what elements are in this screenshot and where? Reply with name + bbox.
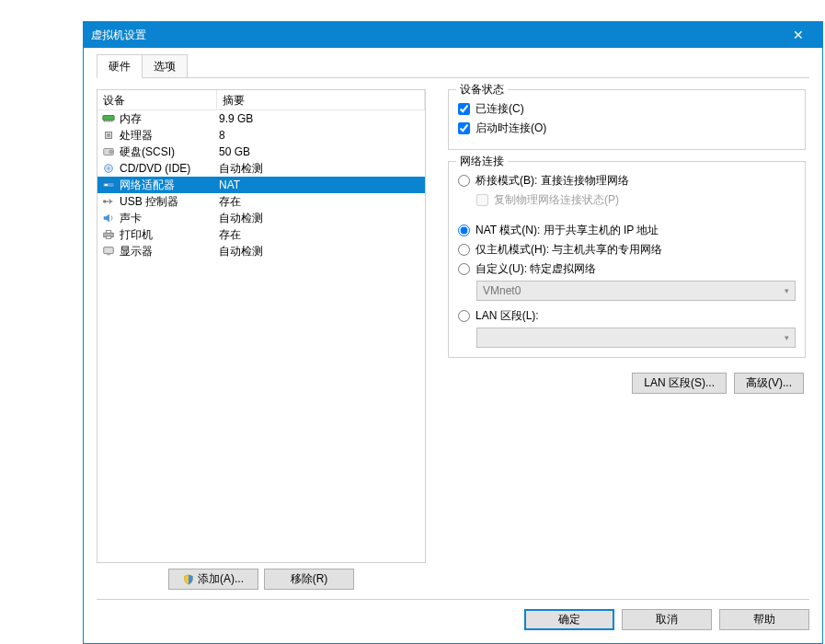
table-row[interactable]: 网络适配器NAT	[97, 177, 425, 193]
connected-label: 已连接(C)	[476, 101, 524, 117]
cell-device: 内存	[97, 111, 217, 127]
tab-hardware[interactable]: 硬件	[97, 54, 143, 78]
replicate-label: 复制物理网络连接状态(P)	[494, 192, 619, 208]
connected-checkbox-row[interactable]: 已连接(C)	[458, 101, 796, 117]
device-state-legend: 设备状态	[456, 82, 508, 98]
cell-summary: 存在	[217, 194, 425, 210]
table-row[interactable]: USB 控制器存在	[97, 193, 425, 210]
hostonly-label: 仅主机模式(H): 与主机共享的专用网络	[476, 242, 662, 258]
disk-icon	[101, 145, 116, 158]
device-name: 网络适配器	[120, 178, 175, 193]
cell-device: 声卡	[97, 211, 217, 226]
device-name: 显示器	[120, 244, 153, 259]
device-name: USB 控制器	[120, 194, 178, 210]
net-icon	[101, 178, 116, 191]
hostonly-radio-row[interactable]: 仅主机模式(H): 与主机共享的专用网络	[458, 242, 796, 258]
replicate-checkbox	[476, 194, 488, 206]
lan-segments-button[interactable]: LAN 区段(S)...	[632, 373, 727, 394]
chevron-down-icon: ▾	[785, 333, 789, 342]
nat-radio-row[interactable]: NAT 模式(N): 用于共享主机的 IP 地址	[458, 223, 796, 238]
add-button-label: 添加(A)...	[198, 571, 244, 587]
table-row[interactable]: 处理器8	[97, 127, 425, 144]
cpu-icon	[101, 129, 116, 142]
custom-label: 自定义(U): 特定虚拟网络	[476, 261, 596, 277]
dialog-title: 虚拟机设置	[91, 28, 782, 43]
col-header-summary[interactable]: 摘要	[217, 90, 425, 109]
svg-rect-16	[106, 236, 110, 239]
hostonly-radio[interactable]	[458, 244, 470, 256]
help-button[interactable]: 帮助	[719, 609, 809, 630]
remove-button-label: 移除(R)	[291, 571, 328, 587]
nat-radio[interactable]	[458, 224, 470, 236]
left-buttons: 添加(A)... 移除(R)	[97, 563, 426, 590]
svg-point-10	[108, 167, 109, 169]
cell-device: 硬盘(SCSI)	[97, 144, 217, 160]
advanced-button[interactable]: 高级(V)...	[734, 373, 804, 394]
col-header-device[interactable]: 设备	[97, 90, 217, 109]
svg-rect-6	[107, 133, 110, 137]
connect-at-poweron-checkbox[interactable]	[458, 122, 470, 134]
cell-device: USB 控制器	[97, 194, 217, 210]
table-row[interactable]: 打印机存在	[97, 226, 425, 243]
bridged-radio-row[interactable]: 桥接模式(B): 直接连接物理网络	[458, 173, 796, 189]
device-name: 内存	[120, 111, 142, 127]
network-group-buttons: LAN 区段(S)... 高级(V)...	[448, 373, 806, 394]
tab-options[interactable]: 选项	[142, 54, 188, 77]
cell-summary: 9.9 GB	[217, 112, 425, 125]
device-name: 打印机	[120, 227, 153, 243]
add-button[interactable]: 添加(A)...	[168, 569, 258, 590]
custom-radio[interactable]	[458, 263, 470, 275]
usb-icon	[101, 195, 116, 208]
cell-summary: 自动检测	[217, 244, 425, 259]
connected-checkbox[interactable]	[458, 103, 470, 115]
bridged-radio[interactable]	[458, 175, 470, 187]
cell-device: CD/DVD (IDE)	[97, 162, 217, 175]
lan-segments-button-label: LAN 区段(S)...	[644, 375, 715, 391]
table-row[interactable]: 内存9.9 GB	[97, 110, 425, 127]
remove-button[interactable]: 移除(R)	[264, 569, 354, 590]
cell-device: 打印机	[97, 227, 217, 243]
cell-device: 网络适配器	[97, 178, 217, 193]
cell-summary: 自动检测	[217, 211, 425, 226]
device-name: 硬盘(SCSI)	[120, 144, 175, 160]
device-name: CD/DVD (IDE)	[120, 162, 190, 175]
connect-at-poweron-checkbox-row[interactable]: 启动时连接(O)	[458, 121, 796, 136]
ok-button[interactable]: 确定	[524, 609, 614, 630]
ok-button-label: 确定	[558, 612, 580, 627]
device-name: 处理器	[120, 128, 153, 144]
cell-summary: NAT	[217, 178, 425, 191]
vm-settings-dialog: 虚拟机设置 ✕ 硬件 选项 设备 摘要 内存9.9 GB处理器8硬盘(SCSI)…	[83, 21, 823, 644]
help-button-label: 帮助	[753, 612, 775, 627]
table-row[interactable]: CD/DVD (IDE)自动检测	[97, 160, 425, 177]
svg-rect-15	[106, 231, 110, 234]
custom-radio-row[interactable]: 自定义(U): 特定虚拟网络	[458, 261, 796, 277]
lan-segment-select: ▾	[476, 328, 796, 348]
sound-icon	[101, 212, 116, 224]
lan-segment-radio[interactable]	[458, 310, 470, 322]
titlebar: 虚拟机设置 ✕	[84, 22, 822, 48]
svg-rect-12	[105, 184, 109, 186]
svg-point-8	[109, 150, 113, 154]
table-row[interactable]: 声卡自动检测	[97, 210, 425, 226]
cell-summary: 存在	[217, 227, 425, 243]
svg-rect-17	[104, 247, 114, 254]
display-icon	[101, 245, 116, 258]
close-button[interactable]: ✕	[782, 22, 815, 48]
lan-segment-radio-row[interactable]: LAN 区段(L):	[458, 308, 796, 324]
connect-at-poweron-label: 启动时连接(O)	[476, 121, 546, 136]
table-body: 内存9.9 GB处理器8硬盘(SCSI)50 GBCD/DVD (IDE)自动检…	[97, 110, 425, 562]
replicate-checkbox-row: 复制物理网络连接状态(P)	[476, 192, 796, 208]
memory-icon	[101, 112, 116, 125]
svg-rect-4	[111, 121, 113, 122]
table-row[interactable]: 显示器自动检测	[97, 243, 425, 259]
svg-rect-3	[109, 121, 110, 122]
svg-rect-2	[106, 121, 108, 122]
cancel-button[interactable]: 取消	[622, 609, 712, 630]
svg-rect-18	[107, 254, 110, 256]
cell-summary: 50 GB	[217, 145, 425, 158]
dialog-footer: 确定 取消 帮助	[97, 599, 809, 630]
cell-device: 处理器	[97, 128, 217, 144]
device-table: 设备 摘要 内存9.9 GB处理器8硬盘(SCSI)50 GBCD/DVD (I…	[97, 89, 426, 563]
table-row[interactable]: 硬盘(SCSI)50 GB	[97, 144, 425, 160]
shield-icon	[183, 574, 194, 585]
